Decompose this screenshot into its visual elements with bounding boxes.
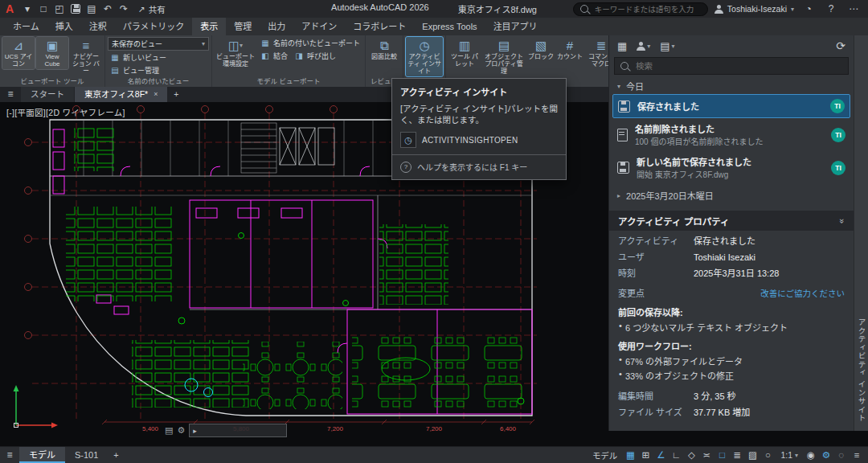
save-icon[interactable] — [68, 0, 84, 18]
isolate-objects-icon[interactable]: ◌ — [834, 447, 849, 463]
group-date-collapsed[interactable]: ▸ 2025年3月20日木曜日 — [609, 184, 854, 207]
command-wrench-icon[interactable]: ⚙ — [177, 425, 185, 436]
annotation-scale-control[interactable]: 1:1 ▾ — [776, 450, 803, 460]
layout-menu-icon[interactable]: ≡ — [0, 449, 19, 461]
group-today[interactable]: ▾ 今日 — [609, 78, 854, 94]
command-customize-icon[interactable]: ▤ — [165, 425, 173, 436]
join-viewports-button[interactable]: ◧ 結合 — [258, 50, 290, 62]
lineweight-icon[interactable]: ≣ — [730, 447, 744, 463]
activity-item-saveas[interactable]: 新しい名前で保存されました 開始 東京オフィス8F.dwg TI — [609, 151, 854, 184]
help-search-input[interactable] — [593, 4, 702, 14]
drawing-compare-button[interactable]: ⧉ 図面比較 — [368, 37, 400, 62]
count-palette-button[interactable]: # カウント — [556, 37, 583, 62]
tab-express-tools[interactable]: Express Tools — [414, 18, 485, 35]
refresh-icon[interactable]: ⟳ — [836, 39, 845, 52]
named-viewports-icon: ▦ — [260, 39, 270, 47]
palette-title-strip[interactable]: アクティビティ インサイト — [854, 35, 868, 431]
tab-insert[interactable]: 挿入 — [47, 18, 81, 35]
chevron-down-icon: ▾ — [202, 40, 205, 47]
tool-palettes-button[interactable]: ▥ ツール パレット — [448, 37, 481, 69]
chevron-down-icon: ▾ — [795, 452, 798, 459]
transparency-icon[interactable]: ▨ — [745, 447, 760, 463]
tab-collaborate[interactable]: コラボレート — [345, 18, 414, 35]
tab-addins[interactable]: アドイン — [293, 18, 345, 35]
customize-icon[interactable]: ≡ — [850, 447, 864, 463]
file-tabs-menu-icon[interactable]: ≡ — [0, 87, 21, 102]
polar-tracking-icon[interactable]: ∠ — [653, 447, 668, 463]
ucs-icon-button[interactable]: ⊿ UCS アイコン — [2, 37, 35, 69]
ortho-mode-icon[interactable]: ∟ — [669, 447, 683, 463]
list-view-icon[interactable]: ▤▾ — [660, 40, 674, 52]
object-snap-icon[interactable]: □ — [714, 447, 729, 463]
tab-manage[interactable]: 管理 — [226, 18, 260, 35]
annotation-visibility-icon[interactable]: ◉ — [804, 447, 818, 463]
viewport-configuration-button[interactable]: ◫▾ ビューポート環境設定 — [215, 37, 256, 69]
new-drawing-tab-button[interactable]: + — [168, 87, 184, 102]
activity-search-box[interactable] — [614, 57, 849, 75]
activity-insight-tooltip: アクティビティ インサイト [アクティビティ インサイト]パレットを開く、または… — [391, 78, 567, 180]
save-event-icon — [618, 100, 630, 113]
command-input-box[interactable]: ▸ — [189, 424, 287, 437]
help-icon: ? — [400, 162, 411, 173]
collapse-chevron-icon[interactable]: » — [837, 218, 847, 223]
view-combo[interactable]: 未保存のビュー ▾ — [108, 37, 209, 51]
tab-featured-apps[interactable]: 注目アプリ — [485, 18, 546, 35]
workspace-switching-icon[interactable]: ⚙ — [819, 447, 833, 463]
activity-insight-button[interactable]: ◷ アクティビティ インサイト — [406, 37, 443, 76]
navigation-bar-button[interactable]: ≡ ナビゲーション バー — [70, 37, 102, 76]
isometric-drafting-icon[interactable]: ◇ — [684, 447, 698, 463]
tab-annotate[interactable]: 注釈 — [81, 18, 115, 35]
view-manager-button[interactable]: ▤ ビュー管理 — [108, 64, 209, 76]
autocad-logo-icon[interactable]: A — [0, 0, 19, 18]
status-bar: ≡ モデル S-101 + モデル ▦ ⊞ ∠ ∟ ◇ ≍ □ ≣ ▨ ○ 1:… — [0, 446, 868, 463]
layout-tab-s101[interactable]: S-101 — [65, 447, 108, 463]
command-prompt-icon: ▸ — [193, 427, 197, 435]
command-line[interactable]: ▤ ⚙ ▸ — [165, 424, 287, 437]
tab-output[interactable]: 出力 — [260, 18, 293, 35]
layout-tab-model[interactable]: モデル — [19, 447, 65, 463]
activity-search-input[interactable] — [634, 60, 842, 72]
since-save-header: 前回の保存以降: — [609, 301, 854, 320]
object-snap-tracking-icon[interactable]: ≍ — [699, 447, 714, 463]
properties-palette-button[interactable]: ▤ オブジェクト プロパティ管理 — [482, 37, 526, 76]
blocks-palette-button[interactable]: ▧ ブロック — [527, 37, 555, 62]
tab-home[interactable]: ホーム — [5, 18, 47, 35]
user-filter-icon[interactable]: ▾ — [637, 42, 650, 51]
new-file-icon[interactable]: □ — [35, 0, 51, 18]
selection-cycling-icon[interactable]: ○ — [760, 447, 775, 463]
plot-icon[interactable]: ▤ — [84, 0, 100, 18]
model-space-indicator[interactable]: モデル — [588, 449, 623, 461]
panel-label-viewport-tools[interactable]: ビューポート ツール — [2, 76, 102, 87]
user-account-menu[interactable]: Toshiaki-Isezaki ▾ — [714, 4, 794, 14]
redo-icon[interactable]: ↷ — [116, 0, 132, 18]
activity-item-purged[interactable]: 名前削除されました 100 個の項目が名前削除されました TI — [609, 118, 854, 151]
panel-label-model-viewports[interactable]: モデル ビューポート — [215, 76, 362, 87]
share-button[interactable]: ↗ 共有 — [132, 3, 172, 15]
activity-table-icon[interactable]: ▦ — [617, 40, 627, 52]
grid-display-icon[interactable]: ▦ — [623, 447, 637, 463]
app-menu-caret-icon[interactable]: ▾ — [19, 0, 35, 18]
file-tab-start[interactable]: スタート — [21, 87, 74, 102]
window-options-icon[interactable]: ⋯ — [845, 0, 862, 18]
named-viewports-button[interactable]: ▦ 名前の付いたビューポート — [258, 37, 362, 49]
restore-viewports-button[interactable]: ◨ 呼び出し — [292, 50, 338, 62]
command-input[interactable] — [199, 425, 309, 436]
activity-properties-header[interactable]: アクティビティ プロパティ » — [609, 211, 854, 231]
new-view-button[interactable]: ▦ 新しいビュー — [108, 51, 209, 64]
help-icon[interactable]: ? — [823, 0, 839, 18]
snap-mode-icon[interactable]: ⊞ — [638, 447, 653, 463]
file-tab-document[interactable]: 東京オフィス8F* × — [75, 87, 167, 102]
feedback-link[interactable]: 改善にご協力ください — [760, 287, 845, 299]
notification-icon[interactable]: ◔ — [800, 0, 817, 18]
viewcube-button[interactable]: ▣ View Cube — [36, 37, 68, 69]
new-layout-button[interactable]: + — [108, 450, 124, 460]
tab-parametric[interactable]: パラメトリック — [115, 18, 193, 35]
panel-label-named-views[interactable]: 名前の付いたビュー — [108, 76, 209, 87]
close-icon[interactable]: × — [154, 87, 158, 102]
ucs-axis-icon[interactable] — [11, 382, 59, 430]
tab-view[interactable]: 表示 — [192, 18, 226, 35]
undo-icon[interactable]: ↶ — [100, 0, 116, 18]
activity-item-saved[interactable]: 保存されました TI — [613, 95, 850, 117]
open-file-icon[interactable]: ◰ — [51, 0, 68, 18]
help-search-box[interactable] — [573, 2, 708, 16]
